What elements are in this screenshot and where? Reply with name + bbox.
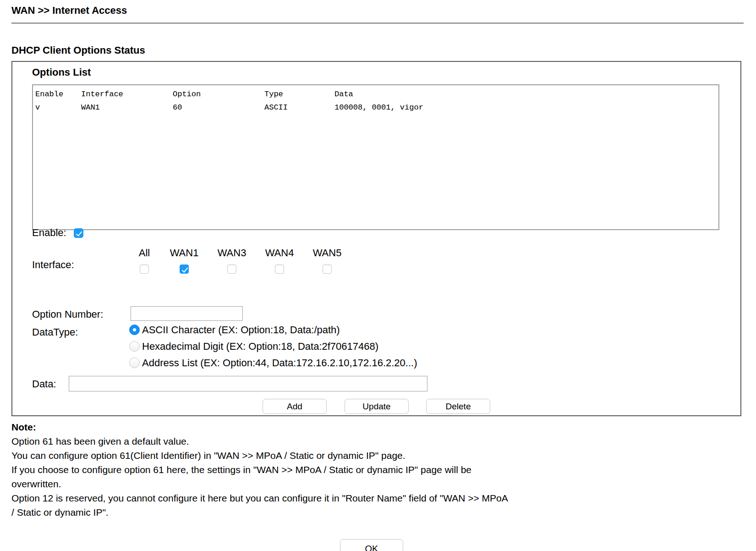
interface-option-wan5-label: WAN5 [313,247,342,259]
options-list-box[interactable]: Enable Interface Option Type Data v WAN1… [32,84,719,230]
datatype-addresslist-label: Address List (EX: Option:44, Data:172.16… [142,357,417,369]
ok-button[interactable]: OK [340,539,403,551]
option-number-label: Option Number: [32,309,103,320]
interface-wan1-checkbox[interactable] [180,264,189,274]
row-type: ASCII [264,101,334,114]
note-block: Note: Option 61 has been given a default… [11,420,690,519]
datatype-hex-label: Hexadecimal Digit (EX: Option:18, Data:2… [142,341,378,353]
data-label: Data: [32,378,56,390]
row-option: 60 [173,101,264,114]
note-line: Option 12 is reserved, you cannot config… [11,491,690,505]
header-interface: Interface [81,88,173,101]
interface-wan3-checkbox[interactable] [227,264,236,274]
page-title: DHCP Client Options Status [11,44,145,56]
note-line: / Static or dynamic IP". [11,505,690,519]
row-data: 100008, 0001, vigor [334,101,718,114]
enable-label: Enable: [32,227,66,239]
header-enable: Enable [35,88,81,101]
enable-checkbox[interactable] [74,228,83,238]
datatype-label: DataType: [32,326,78,338]
table-row[interactable]: v WAN1 60 ASCII 100008, 0001, vigor [35,101,718,114]
note-title: Note: [11,420,690,434]
header-option: Option [173,88,264,101]
interface-option-wan4-label: WAN4 [265,247,294,259]
option-number-input[interactable] [131,306,243,321]
interface-option-wan1-label: WAN1 [170,247,199,259]
interface-label: Interface: [32,259,74,271]
data-input[interactable] [69,376,427,391]
add-button[interactable]: Add [263,399,327,414]
note-line: If you choose to configure option 61 her… [11,463,690,477]
delete-button[interactable]: Delete [426,399,490,414]
note-line: Option 61 has been given a default value… [11,434,690,448]
options-list-header: Enable Interface Option Type Data [35,88,718,101]
datatype-ascii-label: ASCII Character (EX: Option:18, Data:/pa… [142,324,340,336]
interface-wan4-checkbox[interactable] [275,264,284,274]
datatype-hex-radio[interactable] [129,341,140,352]
interface-option-wan3-label: WAN3 [218,247,247,259]
interface-option-all-label: All [139,247,150,259]
row-interface: WAN1 [81,101,173,114]
breadcrumb: WAN >> Internet Access [11,5,127,17]
interface-all-checkbox[interactable] [140,264,149,274]
note-line: overwritten. [11,477,690,491]
interface-wan5-checkbox[interactable] [323,264,332,274]
options-list-title: Options List [32,66,91,78]
dhcp-options-panel: Options List Enable Interface Option Typ… [11,61,741,416]
interface-options: All WAN1 WAN3 WAN4 WAN5 [134,247,345,274]
header-type: Type [264,88,334,101]
datatype-ascii-radio[interactable] [129,325,140,335]
header-data: Data [334,88,718,101]
update-button[interactable]: Update [345,399,409,414]
header-divider [11,22,744,24]
datatype-addresslist-radio[interactable] [129,358,140,368]
row-enable: v [35,101,81,114]
datatype-options: ASCII Character (EX: Option:18, Data:/pa… [129,324,417,369]
note-line: You can configure option 61(Client Ident… [11,448,690,463]
